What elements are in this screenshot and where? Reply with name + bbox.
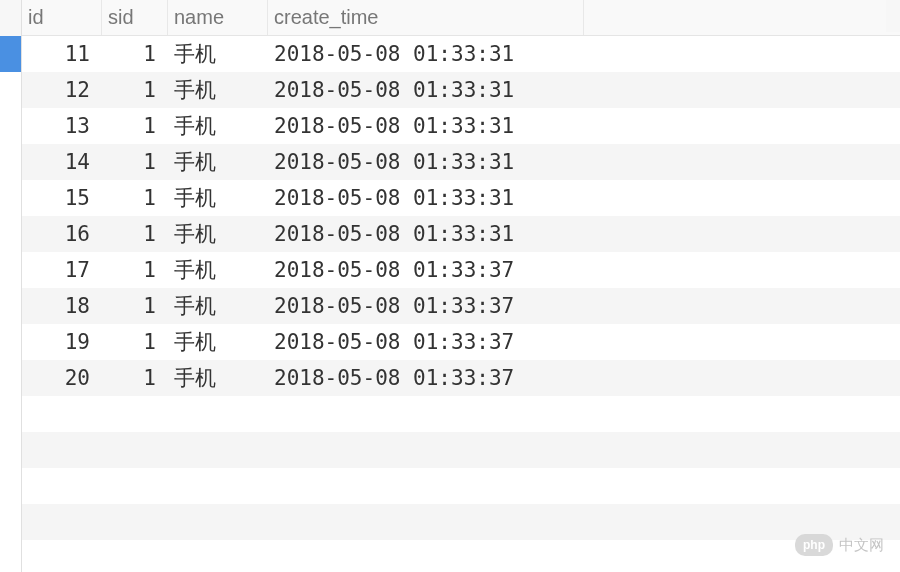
- cell-id[interactable]: 16: [22, 218, 102, 250]
- cell-sid[interactable]: 1: [102, 290, 168, 322]
- table-row[interactable]: 12 1 手机 2018-05-08 01:33:31: [22, 72, 900, 108]
- cell-name[interactable]: 手机: [168, 36, 268, 72]
- cell-sid[interactable]: 1: [102, 254, 168, 286]
- table-row: [22, 540, 900, 572]
- cell-sid[interactable]: 1: [102, 74, 168, 106]
- row-marker-header: [0, 0, 21, 36]
- cell-sid[interactable]: 1: [102, 38, 168, 70]
- cell-create-time[interactable]: 2018-05-08 01:33:31: [268, 110, 584, 142]
- table-row[interactable]: 16 1 手机 2018-05-08 01:33:31: [22, 216, 900, 252]
- cell-id[interactable]: 20: [22, 362, 102, 394]
- table-row: [22, 432, 900, 468]
- cell-create-time[interactable]: 2018-05-08 01:33:37: [268, 254, 584, 286]
- table-row: [22, 468, 900, 504]
- cell-create-time[interactable]: 2018-05-08 01:33:31: [268, 182, 584, 214]
- cell-id[interactable]: 19: [22, 326, 102, 358]
- cell-name[interactable]: 手机: [168, 252, 268, 288]
- cell-name[interactable]: 手机: [168, 144, 268, 180]
- table-row: [22, 396, 900, 432]
- table-row[interactable]: 19 1 手机 2018-05-08 01:33:37: [22, 324, 900, 360]
- cell-create-time[interactable]: 2018-05-08 01:33:31: [268, 38, 584, 70]
- table-row[interactable]: 18 1 手机 2018-05-08 01:33:37: [22, 288, 900, 324]
- column-header-empty: [584, 0, 900, 35]
- table: id sid name create_time 11 1 手机 2018-05-…: [22, 0, 900, 572]
- table-body: 11 1 手机 2018-05-08 01:33:31 12 1 手机 2018…: [22, 36, 900, 572]
- column-header-create-time[interactable]: create_time: [268, 0, 584, 35]
- cell-sid[interactable]: 1: [102, 110, 168, 142]
- table-row[interactable]: 13 1 手机 2018-05-08 01:33:31: [22, 108, 900, 144]
- cell-sid[interactable]: 1: [102, 218, 168, 250]
- scrollbar-corner: [886, 0, 900, 32]
- table-container: id sid name create_time 11 1 手机 2018-05-…: [0, 0, 900, 572]
- cell-create-time[interactable]: 2018-05-08 01:33:37: [268, 290, 584, 322]
- column-header-id[interactable]: id: [22, 0, 102, 35]
- table-header-row: id sid name create_time: [22, 0, 900, 36]
- row-marker-selected[interactable]: [0, 36, 21, 72]
- table-row[interactable]: 20 1 手机 2018-05-08 01:33:37: [22, 360, 900, 396]
- cell-sid[interactable]: 1: [102, 182, 168, 214]
- watermark: php 中文网: [795, 534, 884, 556]
- table-row: [22, 504, 900, 540]
- cell-sid[interactable]: 1: [102, 362, 168, 394]
- cell-create-time[interactable]: 2018-05-08 01:33:31: [268, 218, 584, 250]
- cell-id[interactable]: 17: [22, 254, 102, 286]
- cell-sid[interactable]: 1: [102, 146, 168, 178]
- cell-id[interactable]: 13: [22, 110, 102, 142]
- cell-create-time[interactable]: 2018-05-08 01:33:37: [268, 326, 584, 358]
- table-row[interactable]: 17 1 手机 2018-05-08 01:33:37: [22, 252, 900, 288]
- cell-name[interactable]: 手机: [168, 108, 268, 144]
- cell-create-time[interactable]: 2018-05-08 01:33:31: [268, 74, 584, 106]
- table-row[interactable]: 15 1 手机 2018-05-08 01:33:31: [22, 180, 900, 216]
- cell-id[interactable]: 11: [22, 38, 102, 70]
- cell-id[interactable]: 12: [22, 74, 102, 106]
- cell-name[interactable]: 手机: [168, 324, 268, 360]
- column-header-sid[interactable]: sid: [102, 0, 168, 35]
- cell-id[interactable]: 15: [22, 182, 102, 214]
- cell-name[interactable]: 手机: [168, 180, 268, 216]
- watermark-text: 中文网: [839, 536, 884, 555]
- row-marker-gutter: [0, 0, 22, 572]
- cell-name[interactable]: 手机: [168, 216, 268, 252]
- column-header-name[interactable]: name: [168, 0, 268, 35]
- cell-name[interactable]: 手机: [168, 288, 268, 324]
- cell-create-time[interactable]: 2018-05-08 01:33:37: [268, 362, 584, 394]
- watermark-badge: php: [795, 534, 833, 556]
- table-row[interactable]: 11 1 手机 2018-05-08 01:33:31: [22, 36, 900, 72]
- cell-id[interactable]: 14: [22, 146, 102, 178]
- cell-name[interactable]: 手机: [168, 360, 268, 396]
- table-row[interactable]: 14 1 手机 2018-05-08 01:33:31: [22, 144, 900, 180]
- cell-id[interactable]: 18: [22, 290, 102, 322]
- cell-name[interactable]: 手机: [168, 72, 268, 108]
- cell-create-time[interactable]: 2018-05-08 01:33:31: [268, 146, 584, 178]
- cell-sid[interactable]: 1: [102, 326, 168, 358]
